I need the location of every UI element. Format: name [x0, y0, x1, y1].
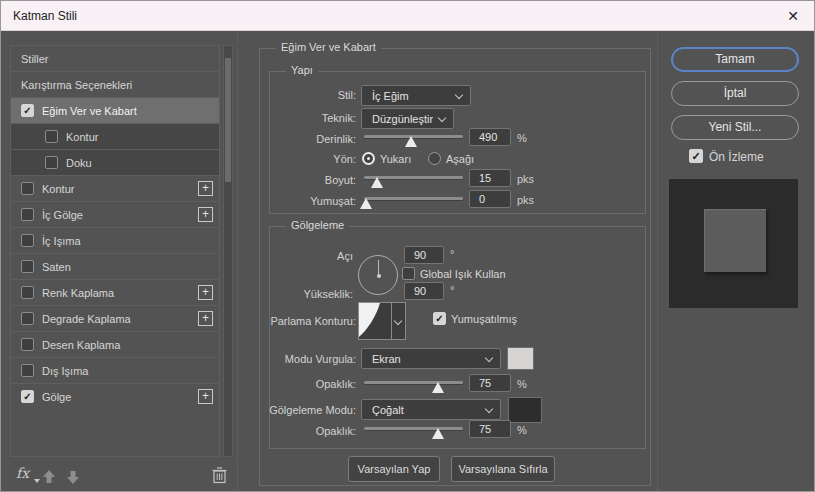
style-list-item[interactable]: Doku — [11, 149, 219, 175]
preview-shape — [704, 209, 766, 272]
soften-value-field[interactable]: 0 — [469, 190, 511, 208]
direction-up-label: Yukarı — [380, 153, 411, 165]
titlebar[interactable]: Katman Stili — [1, 1, 814, 31]
style-enable-checkbox[interactable] — [21, 338, 34, 351]
style-list-item[interactable]: ✓ Eğim Ver ve Kabart — [11, 97, 219, 123]
highlight-opacity-field[interactable]: 75 — [469, 374, 511, 392]
style-list-item-label: İç Gölge — [42, 209, 83, 221]
shadow-opacity-unit: % — [517, 424, 527, 436]
slider-track — [364, 381, 463, 384]
ok-button[interactable]: Tamam — [671, 47, 799, 72]
style-list-item[interactable]: Degrade Kaplama + — [11, 305, 219, 331]
add-instance-button[interactable]: + — [198, 207, 213, 222]
style-enable-checkbox[interactable]: ✓ — [21, 104, 34, 117]
style-dropdown[interactable]: İç Eğim — [361, 85, 471, 106]
highlight-opacity-label: Opaklık: — [256, 378, 356, 390]
highlight-color-swatch[interactable] — [507, 347, 534, 370]
style-enable-checkbox[interactable] — [21, 364, 34, 377]
reset-default-button[interactable]: Varsayılana Sıfırla — [451, 456, 555, 482]
style-list-item[interactable]: İç Işıma — [11, 227, 219, 253]
shadow-opacity-slider[interactable] — [364, 423, 463, 441]
altitude-value-field[interactable]: 90 — [404, 282, 444, 300]
style-list-item[interactable]: Kontur + — [11, 175, 219, 201]
antialiased-checkbox[interactable]: ✓ — [433, 312, 446, 325]
gloss-contour-picker[interactable] — [358, 302, 406, 340]
cancel-button[interactable]: İptal — [671, 81, 799, 106]
highlight-mode-dropdown[interactable]: Ekran — [361, 348, 501, 369]
style-list-item[interactable]: Dış Işıma — [11, 357, 219, 383]
depth-value-field[interactable]: 490 — [469, 128, 511, 146]
chevron-down-icon — [394, 317, 402, 325]
angle-value-field[interactable]: 90 — [404, 246, 444, 264]
style-list-item[interactable]: ✓ Gölge + — [11, 383, 219, 409]
style-list-item[interactable]: Karıştırma Seçenekleri — [11, 71, 219, 97]
chevron-down-icon — [455, 91, 463, 99]
sidebar-scrollbar[interactable] — [223, 45, 233, 457]
angle-unit: ° — [450, 248, 454, 260]
style-enable-checkbox[interactable] — [45, 130, 58, 143]
fx-caret-icon — [34, 479, 40, 483]
new-style-button[interactable]: Yeni Stil... — [671, 115, 799, 140]
style-enable-checkbox[interactable] — [21, 286, 34, 299]
global-light-checkbox[interactable] — [402, 267, 415, 280]
style-list-item-label: İç Işıma — [42, 235, 81, 247]
move-down-icon[interactable] — [65, 469, 81, 485]
style-preview-thumbnail — [669, 179, 798, 308]
size-slider[interactable] — [364, 172, 463, 190]
direction-down-radio[interactable] — [428, 152, 441, 165]
style-list-item[interactable]: Desen Kaplama — [11, 331, 219, 357]
style-enable-checkbox[interactable] — [21, 312, 34, 325]
close-icon[interactable]: ✕ — [781, 5, 805, 27]
style-list-item-label: Saten — [42, 261, 71, 273]
slider-thumb[interactable] — [432, 382, 444, 393]
shadow-opacity-field[interactable]: 75 — [469, 420, 511, 438]
direction-up-radio[interactable] — [362, 152, 375, 165]
add-instance-button[interactable]: + — [198, 389, 213, 404]
technique-dropdown[interactable]: Düzgünleştir — [361, 108, 454, 129]
style-enable-checkbox[interactable] — [21, 260, 34, 273]
highlight-opacity-slider[interactable] — [364, 377, 463, 395]
divider — [657, 31, 658, 491]
style-enable-checkbox[interactable]: ✓ — [21, 390, 34, 403]
altitude-unit: ° — [450, 284, 454, 296]
dialog-title: Katman Stili — [13, 9, 77, 23]
style-list-item[interactable]: Renk Kaplama + — [11, 279, 219, 305]
slider-thumb[interactable] — [432, 428, 444, 439]
depth-slider[interactable] — [364, 131, 463, 149]
size-label: Boyut: — [256, 174, 356, 186]
add-instance-button[interactable]: + — [198, 311, 213, 326]
preview-checkbox[interactable]: ✓ — [689, 149, 703, 163]
style-list-item-label: Dış Işıma — [42, 365, 88, 377]
make-default-button[interactable]: Varsayılan Yap — [348, 456, 440, 482]
style-enable-checkbox[interactable] — [21, 208, 34, 221]
style-list-item-label: Kontur — [42, 183, 74, 195]
style-list-item[interactable]: Stiller — [11, 45, 219, 71]
fx-menu-button[interactable]: fx — [16, 465, 29, 481]
shadow-color-swatch[interactable] — [508, 397, 542, 423]
chevron-down-icon — [485, 405, 493, 413]
size-value-field[interactable]: 15 — [469, 169, 511, 187]
scrollbar-thumb[interactable] — [225, 58, 231, 182]
slider-thumb[interactable] — [360, 198, 372, 209]
style-list-item[interactable]: Kontur — [11, 123, 219, 149]
style-enable-checkbox[interactable] — [45, 156, 58, 169]
style-list-item[interactable]: Saten — [11, 253, 219, 279]
slider-thumb[interactable] — [371, 177, 383, 188]
move-up-icon[interactable] — [41, 469, 57, 485]
contour-thumbnail — [359, 303, 391, 339]
style-list-item[interactable]: İç Gölge + — [11, 201, 219, 227]
shadow-mode-dropdown[interactable]: Çoğalt — [361, 399, 501, 420]
delete-style-icon[interactable] — [211, 466, 228, 484]
angle-dial[interactable] — [358, 255, 398, 295]
add-instance-button[interactable]: + — [198, 285, 213, 300]
style-enable-checkbox[interactable] — [21, 182, 34, 195]
add-instance-button[interactable]: + — [198, 181, 213, 196]
soften-slider[interactable] — [364, 193, 463, 211]
style-list-item-label: Doku — [66, 157, 92, 169]
layer-style-dialog: Katman Stili ✕ Stiller Karıştırma Seçene… — [0, 0, 815, 492]
slider-thumb[interactable] — [405, 136, 417, 147]
direction-label: Yön: — [256, 153, 356, 165]
chevron-down-icon — [438, 114, 446, 122]
highlight-mode-value: Ekran — [372, 353, 401, 365]
style-enable-checkbox[interactable] — [21, 234, 34, 247]
